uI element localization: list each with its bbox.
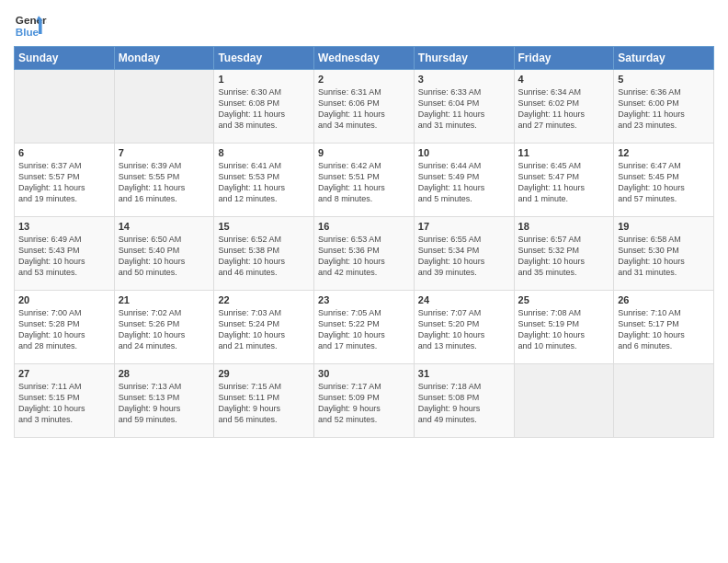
calendar-cell: 22Sunrise: 7:03 AM Sunset: 5:24 PM Dayli…	[214, 291, 314, 364]
calendar-cell: 11Sunrise: 6:45 AM Sunset: 5:47 PM Dayli…	[514, 144, 614, 217]
day-number: 9	[318, 147, 410, 158]
day-number: 8	[218, 147, 310, 158]
day-info: Sunrise: 6:33 AM Sunset: 6:04 PM Dayligh…	[418, 86, 510, 132]
day-number: 17	[418, 221, 510, 232]
week-row-1: 1Sunrise: 6:30 AM Sunset: 6:08 PM Daylig…	[15, 70, 714, 144]
col-header-friday: Friday	[514, 47, 614, 70]
calendar-cell	[114, 70, 214, 144]
calendar-cell: 20Sunrise: 7:00 AM Sunset: 5:28 PM Dayli…	[15, 291, 115, 364]
day-number: 10	[418, 147, 510, 158]
calendar-cell	[614, 364, 714, 438]
day-info: Sunrise: 7:07 AM Sunset: 5:20 PM Dayligh…	[418, 307, 510, 352]
day-number: 22	[218, 294, 310, 305]
calendar-cell: 10Sunrise: 6:44 AM Sunset: 5:49 PM Dayli…	[414, 144, 514, 217]
day-info: Sunrise: 7:17 AM Sunset: 5:09 PM Dayligh…	[318, 381, 410, 426]
day-number: 20	[18, 294, 110, 305]
week-row-5: 27Sunrise: 7:11 AM Sunset: 5:15 PM Dayli…	[15, 364, 714, 438]
day-info: Sunrise: 6:36 AM Sunset: 6:00 PM Dayligh…	[618, 86, 710, 132]
day-info: Sunrise: 6:39 AM Sunset: 5:55 PM Dayligh…	[119, 160, 210, 205]
calendar-cell: 17Sunrise: 6:55 AM Sunset: 5:34 PM Dayli…	[414, 217, 514, 291]
calendar-cell: 6Sunrise: 6:37 AM Sunset: 5:57 PM Daylig…	[15, 144, 115, 217]
calendar-cell: 14Sunrise: 6:50 AM Sunset: 5:40 PM Dayli…	[114, 217, 214, 291]
col-header-wednesday: Wednesday	[314, 47, 415, 70]
day-number: 13	[18, 221, 110, 232]
calendar-cell: 23Sunrise: 7:05 AM Sunset: 5:22 PM Dayli…	[314, 291, 415, 364]
day-number: 11	[518, 147, 610, 158]
day-number: 4	[518, 74, 610, 85]
col-header-thursday: Thursday	[414, 47, 514, 70]
day-info: Sunrise: 7:15 AM Sunset: 5:11 PM Dayligh…	[218, 381, 310, 426]
day-number: 28	[119, 368, 210, 379]
day-number: 26	[618, 294, 710, 305]
calendar-cell	[15, 70, 115, 144]
day-number: 18	[518, 221, 610, 232]
day-info: Sunrise: 6:42 AM Sunset: 5:51 PM Dayligh…	[318, 160, 410, 205]
day-number: 15	[218, 221, 310, 232]
day-info: Sunrise: 6:47 AM Sunset: 5:45 PM Dayligh…	[618, 160, 710, 205]
day-info: Sunrise: 6:53 AM Sunset: 5:36 PM Dayligh…	[318, 234, 410, 279]
day-info: Sunrise: 7:00 AM Sunset: 5:28 PM Dayligh…	[18, 307, 110, 352]
day-number: 2	[318, 74, 410, 85]
calendar-cell	[514, 364, 614, 438]
calendar-cell: 15Sunrise: 6:52 AM Sunset: 5:38 PM Dayli…	[214, 217, 314, 291]
day-number: 1	[218, 74, 310, 85]
calendar-cell: 24Sunrise: 7:07 AM Sunset: 5:20 PM Dayli…	[414, 291, 514, 364]
header: General Blue	[14, 9, 714, 42]
day-info: Sunrise: 6:45 AM Sunset: 5:47 PM Dayligh…	[518, 160, 610, 205]
col-header-monday: Monday	[114, 47, 214, 70]
day-number: 5	[618, 74, 710, 85]
day-info: Sunrise: 7:05 AM Sunset: 5:22 PM Dayligh…	[318, 307, 410, 352]
day-info: Sunrise: 6:30 AM Sunset: 6:08 PM Dayligh…	[218, 86, 310, 132]
day-info: Sunrise: 7:18 AM Sunset: 5:08 PM Dayligh…	[418, 381, 510, 426]
day-number: 14	[119, 221, 210, 232]
day-number: 16	[318, 221, 410, 232]
calendar-cell: 19Sunrise: 6:58 AM Sunset: 5:30 PM Dayli…	[614, 217, 714, 291]
day-number: 31	[418, 368, 510, 379]
day-number: 27	[18, 368, 110, 379]
day-info: Sunrise: 7:03 AM Sunset: 5:24 PM Dayligh…	[218, 307, 310, 352]
day-number: 12	[618, 147, 710, 158]
day-header-row: SundayMondayTuesdayWednesdayThursdayFrid…	[15, 47, 714, 70]
logo: General Blue	[14, 9, 47, 42]
calendar-cell: 26Sunrise: 7:10 AM Sunset: 5:17 PM Dayli…	[614, 291, 714, 364]
svg-text:Blue: Blue	[16, 26, 40, 38]
day-info: Sunrise: 6:31 AM Sunset: 6:06 PM Dayligh…	[318, 86, 410, 132]
col-header-sunday: Sunday	[15, 47, 115, 70]
calendar-cell: 18Sunrise: 6:57 AM Sunset: 5:32 PM Dayli…	[514, 217, 614, 291]
day-info: Sunrise: 6:57 AM Sunset: 5:32 PM Dayligh…	[518, 234, 610, 279]
day-number: 19	[618, 221, 710, 232]
calendar-cell: 21Sunrise: 7:02 AM Sunset: 5:26 PM Dayli…	[114, 291, 214, 364]
day-info: Sunrise: 7:02 AM Sunset: 5:26 PM Dayligh…	[119, 307, 210, 352]
day-info: Sunrise: 6:52 AM Sunset: 5:38 PM Dayligh…	[218, 234, 310, 279]
day-number: 6	[18, 147, 110, 158]
day-info: Sunrise: 7:08 AM Sunset: 5:19 PM Dayligh…	[518, 307, 610, 352]
day-info: Sunrise: 6:37 AM Sunset: 5:57 PM Dayligh…	[18, 160, 110, 205]
col-header-tuesday: Tuesday	[214, 47, 314, 70]
calendar-cell: 12Sunrise: 6:47 AM Sunset: 5:45 PM Dayli…	[614, 144, 714, 217]
calendar-cell: 5Sunrise: 6:36 AM Sunset: 6:00 PM Daylig…	[614, 70, 714, 144]
calendar-cell: 3Sunrise: 6:33 AM Sunset: 6:04 PM Daylig…	[414, 70, 514, 144]
day-number: 3	[418, 74, 510, 85]
logo-icon: General Blue	[14, 9, 47, 42]
day-info: Sunrise: 6:58 AM Sunset: 5:30 PM Dayligh…	[618, 234, 710, 279]
day-number: 25	[518, 294, 610, 305]
calendar-cell: 1Sunrise: 6:30 AM Sunset: 6:08 PM Daylig…	[214, 70, 314, 144]
calendar-cell: 31Sunrise: 7:18 AM Sunset: 5:08 PM Dayli…	[414, 364, 514, 438]
day-info: Sunrise: 6:49 AM Sunset: 5:43 PM Dayligh…	[18, 234, 110, 279]
calendar-table: SundayMondayTuesdayWednesdayThursdayFrid…	[14, 46, 714, 438]
day-number: 23	[318, 294, 410, 305]
day-info: Sunrise: 6:55 AM Sunset: 5:34 PM Dayligh…	[418, 234, 510, 279]
day-info: Sunrise: 6:50 AM Sunset: 5:40 PM Dayligh…	[119, 234, 210, 279]
day-info: Sunrise: 6:34 AM Sunset: 6:02 PM Dayligh…	[518, 86, 610, 132]
col-header-saturday: Saturday	[614, 47, 714, 70]
day-number: 21	[119, 294, 210, 305]
week-row-3: 13Sunrise: 6:49 AM Sunset: 5:43 PM Dayli…	[15, 217, 714, 291]
calendar-cell: 8Sunrise: 6:41 AM Sunset: 5:53 PM Daylig…	[214, 144, 314, 217]
svg-text:General: General	[16, 14, 47, 26]
calendar-cell: 29Sunrise: 7:15 AM Sunset: 5:11 PM Dayli…	[214, 364, 314, 438]
day-info: Sunrise: 6:41 AM Sunset: 5:53 PM Dayligh…	[218, 160, 310, 205]
day-number: 29	[218, 368, 310, 379]
day-info: Sunrise: 7:11 AM Sunset: 5:15 PM Dayligh…	[18, 381, 110, 426]
page-container: General Blue SundayMondayTuesdayWednesda…	[0, 0, 728, 447]
calendar-cell: 7Sunrise: 6:39 AM Sunset: 5:55 PM Daylig…	[114, 144, 214, 217]
